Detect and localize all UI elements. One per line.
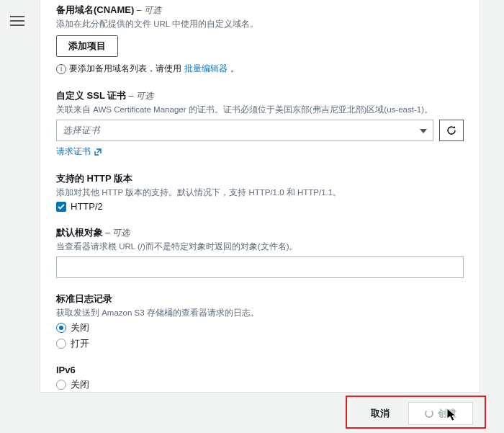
root-object-input[interactable] <box>56 256 464 278</box>
log-off-radio[interactable] <box>56 323 66 333</box>
spinner-icon <box>425 409 433 418</box>
bulk-editor-link[interactable]: 批量编辑器 <box>184 63 228 75</box>
log-on-label: 打开 <box>71 337 89 350</box>
root-title: 默认根对象 <box>56 227 103 238</box>
cname-desc: 添加在此分配提供的文件 URL 中使用的自定义域名。 <box>56 18 464 30</box>
refresh-icon <box>446 125 457 136</box>
cancel-button[interactable]: 取消 <box>359 403 401 424</box>
http2-checkbox[interactable] <box>56 202 66 212</box>
ipv6-title: IPv6 <box>56 365 464 375</box>
ssl-cert-select[interactable]: 选择证书 <box>56 120 433 141</box>
ssl-desc: 关联来自 AWS Certificate Manager 的证书。证书必须位于美… <box>56 104 464 115</box>
log-desc: 获取发送到 Amazon S3 存储桶的查看器请求的日志。 <box>56 307 464 318</box>
checkmark-icon <box>58 204 65 210</box>
info-prefix: 要添加备用域名列表，请使用 <box>69 63 181 75</box>
hamburger-menu-icon[interactable] <box>10 16 24 27</box>
root-desc: 当查看器请求根 URL (/)而不是特定对象时返回的对象(文件名)。 <box>56 241 464 252</box>
request-cert-link[interactable]: 请求证书 <box>56 146 102 158</box>
log-off-label: 关闭 <box>71 321 89 334</box>
ssl-select-placeholder: 选择证书 <box>63 125 100 137</box>
optional-tag: – 可选 <box>134 5 161 15</box>
optional-tag: – 可选 <box>126 91 153 101</box>
http-title: 支持的 HTTP 版本 <box>56 172 464 185</box>
optional-tag: – 可选 <box>103 228 130 238</box>
ipv6-section: IPv6 关闭 打开 <box>56 365 464 393</box>
ipv6-off-label: 关闭 <box>71 378 89 391</box>
info-icon: i <box>56 64 66 74</box>
settings-card: 备用域名(CNAME) – 可选 添加在此分配提供的文件 URL 中使用的自定义… <box>40 0 480 393</box>
http-desc: 添加对其他 HTTP 版本的支持。默认情况下，支持 HTTP/1.0 和 HTT… <box>56 187 464 198</box>
log-on-radio[interactable] <box>56 339 66 349</box>
ipv6-off-radio[interactable] <box>56 380 66 390</box>
info-suffix: 。 <box>230 63 239 75</box>
external-link-icon <box>94 148 102 156</box>
log-section: 标准日志记录 获取发送到 Amazon S3 存储桶的查看器请求的日志。 关闭 … <box>56 293 464 350</box>
cname-info: i 要添加备用域名列表，请使用 批量编辑器。 <box>56 63 464 75</box>
chevron-down-icon <box>420 125 427 135</box>
log-title: 标准日志记录 <box>56 293 464 305</box>
ssl-title: 自定义 SSL 证书 <box>56 90 126 101</box>
http2-label: HTTP/2 <box>71 201 103 212</box>
create-button[interactable]: 创建 <box>408 402 473 425</box>
root-section: 默认根对象 – 可选 当查看器请求根 URL (/)而不是特定对象时返回的对象(… <box>56 226 464 278</box>
add-item-button[interactable]: 添加项目 <box>56 35 118 57</box>
footer-actions: 取消 创建 <box>40 398 480 429</box>
cname-section: 备用域名(CNAME) – 可选 添加在此分配提供的文件 URL 中使用的自定义… <box>56 4 464 75</box>
ssl-section: 自定义 SSL 证书 – 可选 关联来自 AWS Certificate Man… <box>56 89 464 158</box>
refresh-button[interactable] <box>439 120 464 141</box>
create-button-label: 创建 <box>438 407 456 420</box>
cname-title: 备用域名(CNAME) <box>56 4 134 15</box>
http-section: 支持的 HTTP 版本 添加对其他 HTTP 版本的支持。默认情况下，支持 HT… <box>56 172 464 212</box>
